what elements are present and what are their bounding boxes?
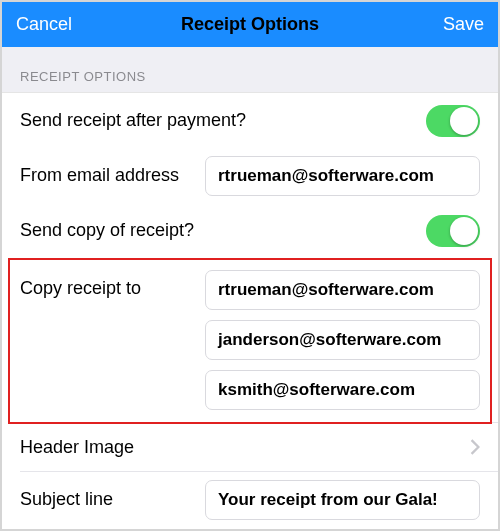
label-header-image: Header Image <box>20 437 134 458</box>
input-copy-to-1[interactable]: rtrueman@softerware.com <box>205 270 480 310</box>
row-copy-to: Copy receipt to rtrueman@softerware.com … <box>2 258 498 422</box>
toggle-send-copy[interactable] <box>426 215 480 247</box>
row-from-email: From email address rtrueman@softerware.c… <box>2 148 498 203</box>
row-send-copy: Send copy of receipt? <box>2 203 498 258</box>
row-subject: Subject line Your receipt from our Gala! <box>2 472 498 527</box>
input-subject[interactable]: Your receipt from our Gala! <box>205 480 480 520</box>
save-button[interactable]: Save <box>443 14 484 35</box>
label-from-email: From email address <box>20 165 179 186</box>
cancel-button[interactable]: Cancel <box>16 14 72 35</box>
input-copy-to-2[interactable]: janderson@softerware.com <box>205 320 480 360</box>
navbar: Cancel Receipt Options Save <box>2 2 498 47</box>
input-copy-to-3[interactable]: ksmith@softerware.com <box>205 370 480 410</box>
label-send-copy: Send copy of receipt? <box>20 220 194 241</box>
section-header: RECEIPT OPTIONS <box>2 47 498 93</box>
row-send-after-payment: Send receipt after payment? <box>2 93 498 148</box>
settings-panel: Cancel Receipt Options Save RECEIPT OPTI… <box>2 2 498 529</box>
input-from-email[interactable]: rtrueman@softerware.com <box>205 156 480 196</box>
toggle-send-after-payment[interactable] <box>426 105 480 137</box>
label-send-after-payment: Send receipt after payment? <box>20 110 246 131</box>
chevron-right-icon <box>470 439 480 455</box>
label-subject: Subject line <box>20 489 113 510</box>
row-header-image[interactable]: Header Image <box>2 423 498 471</box>
page-title: Receipt Options <box>181 14 319 35</box>
copy-to-stack: rtrueman@softerware.com janderson@softer… <box>205 270 480 422</box>
label-copy-to: Copy receipt to <box>20 270 141 299</box>
